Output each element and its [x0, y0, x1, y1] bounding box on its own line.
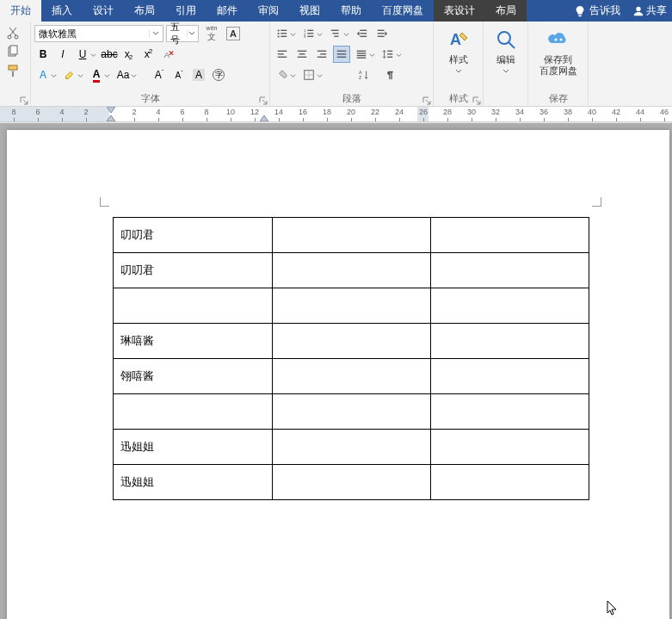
font-size-combo[interactable]: 五号: [166, 25, 199, 42]
table-cell[interactable]: [431, 288, 589, 324]
tab-mailings[interactable]: 邮件: [207, 0, 248, 22]
table-cell[interactable]: [273, 359, 431, 394]
paragraph-launcher-icon[interactable]: [422, 96, 431, 105]
bold-button[interactable]: B: [34, 46, 52, 63]
tab-baidu[interactable]: 百度网盘: [372, 0, 434, 22]
save-baidu-button[interactable]: 保存到 百度网盘: [534, 23, 583, 89]
table-row[interactable]: 叨叨君: [114, 253, 589, 288]
table-row[interactable]: [114, 288, 589, 324]
tab-insert[interactable]: 插入: [41, 0, 83, 22]
tab-home[interactable]: 开始: [0, 0, 41, 22]
editing-button[interactable]: 编辑: [488, 23, 524, 89]
table-row[interactable]: 翎嘻酱: [114, 359, 589, 394]
table-cell[interactable]: [273, 465, 431, 500]
table-cell[interactable]: [114, 394, 273, 430]
font-launcher-icon[interactable]: [259, 96, 268, 105]
table-cell[interactable]: [431, 218, 589, 253]
table-row[interactable]: 叨叨君: [114, 218, 589, 253]
table-cell[interactable]: [273, 394, 431, 430]
clipboard-launcher-icon[interactable]: [20, 96, 28, 105]
sort-button[interactable]: AZ: [355, 66, 379, 84]
text-effects-button[interactable]: A: [34, 66, 59, 84]
table-row[interactable]: 迅姐姐: [114, 465, 589, 500]
line-spacing-button[interactable]: [379, 46, 404, 63]
table-row[interactable]: 琳嘻酱: [114, 324, 589, 359]
enclose-character-button[interactable]: 字: [210, 66, 227, 84]
tell-me[interactable]: 告诉我: [567, 0, 627, 22]
cut-button[interactable]: [5, 25, 21, 40]
tab-help[interactable]: 帮助: [330, 0, 372, 22]
tab-view[interactable]: 视图: [289, 0, 330, 22]
copy-button[interactable]: [5, 44, 21, 59]
tab-references[interactable]: 引用: [165, 0, 207, 22]
highlight-button[interactable]: [61, 66, 85, 84]
align-left-button[interactable]: [274, 46, 291, 63]
right-indent-marker[interactable]: [260, 115, 268, 121]
share-button[interactable]: 共享: [627, 0, 672, 22]
table-cell[interactable]: [273, 253, 431, 288]
align-right-button[interactable]: [313, 46, 330, 63]
clear-formatting-button[interactable]: A: [160, 46, 177, 63]
tab-review[interactable]: 审阅: [248, 0, 289, 22]
multilevel-list-button[interactable]: [327, 25, 351, 42]
borders-button[interactable]: [300, 66, 324, 84]
show-marks-button[interactable]: [382, 66, 399, 84]
table-cell[interactable]: [273, 430, 431, 465]
table-cell[interactable]: 迅姐姐: [114, 465, 273, 500]
table-cell[interactable]: 叨叨君: [114, 218, 273, 253]
phonetic-guide-button[interactable]: wén 文: [201, 25, 222, 42]
first-line-indent-marker[interactable]: [107, 107, 115, 114]
table-cell[interactable]: [431, 394, 589, 430]
table-cell[interactable]: 迅姐姐: [114, 430, 273, 465]
table-cell[interactable]: [273, 288, 431, 324]
format-painter-button[interactable]: [5, 63, 21, 78]
table-cell[interactable]: [431, 430, 589, 465]
page[interactable]: 叨叨君叨叨君琳嘻酱翎嘻酱迅姐姐迅姐姐: [7, 130, 669, 619]
hanging-indent-marker[interactable]: [107, 115, 115, 121]
grow-font-button[interactable]: Aˆ: [151, 66, 168, 84]
subscript-button[interactable]: x2: [120, 46, 138, 63]
table-row[interactable]: [114, 394, 589, 430]
tab-table-design[interactable]: 表设计: [434, 0, 485, 22]
change-case-button[interactable]: Aa: [114, 66, 139, 84]
svg-rect-33: [298, 51, 307, 52]
underline-button[interactable]: U: [74, 46, 98, 63]
numbering-button[interactable]: 123: [300, 25, 324, 42]
strikethrough-button[interactable]: abc: [101, 46, 118, 63]
table-cell[interactable]: [273, 324, 431, 359]
table-cell[interactable]: [114, 288, 273, 324]
tab-layout[interactable]: 布局: [124, 0, 165, 22]
italic-button[interactable]: I: [54, 46, 71, 63]
svg-line-56: [509, 42, 515, 48]
shrink-font-button[interactable]: Aˇ: [170, 66, 188, 84]
shading-button[interactable]: [274, 66, 298, 84]
horizontal-ruler[interactable]: 8642246810121416182022242628303234363840…: [0, 107, 672, 122]
table-cell[interactable]: 叨叨君: [114, 253, 273, 288]
table-row[interactable]: 迅姐姐: [114, 430, 589, 465]
tab-table-layout[interactable]: 布局: [485, 0, 527, 22]
ruler-tick: [255, 118, 256, 121]
align-center-button[interactable]: [293, 46, 311, 63]
table-cell[interactable]: 琳嘻酱: [114, 324, 273, 359]
table-cell[interactable]: [431, 465, 589, 500]
styles-button[interactable]: A 样式: [441, 23, 477, 89]
styles-launcher-icon[interactable]: [472, 96, 481, 105]
bullets-button[interactable]: [274, 25, 298, 42]
table-cell[interactable]: [431, 359, 589, 394]
document-area[interactable]: 叨叨君叨叨君琳嘻酱翎嘻酱迅姐姐迅姐姐: [0, 123, 672, 619]
table-cell[interactable]: [431, 253, 589, 288]
tab-design[interactable]: 设计: [83, 0, 124, 22]
decrease-indent-button[interactable]: [354, 25, 371, 42]
increase-indent-button[interactable]: [373, 25, 391, 42]
font-color-button[interactable]: A: [88, 66, 112, 84]
table-cell[interactable]: [273, 218, 431, 253]
superscript-button[interactable]: x2: [140, 46, 157, 63]
character-shading-button[interactable]: A: [190, 66, 207, 84]
align-justify-button[interactable]: [333, 46, 350, 63]
character-border-button[interactable]: A: [225, 25, 242, 42]
table-cell[interactable]: [431, 324, 589, 359]
document-table[interactable]: 叨叨君叨叨君琳嘻酱翎嘻酱迅姐姐迅姐姐: [113, 217, 589, 500]
font-name-combo[interactable]: 微软雅黑: [34, 25, 163, 42]
align-distribute-button[interactable]: [353, 46, 377, 63]
table-cell[interactable]: 翎嘻酱: [114, 359, 273, 394]
